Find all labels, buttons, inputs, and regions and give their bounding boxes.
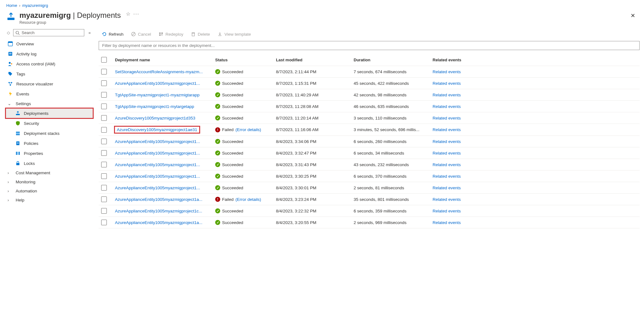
svg-rect-4 — [8, 42, 13, 43]
breadcrumb-rg[interactable]: myazuremigrg — [22, 3, 48, 8]
related-events-link[interactable]: Related events — [433, 151, 461, 155]
related-events-link[interactable]: Related events — [433, 116, 461, 120]
col-name[interactable]: Deployment name — [112, 54, 213, 66]
sidebar-item-deployments[interactable]: Deployments — [6, 108, 93, 118]
sidebar-item-label: Activity log — [16, 52, 37, 56]
sidebar-item-resvis[interactable]: Resource visualizer — [6, 79, 93, 89]
row-checkbox[interactable] — [101, 185, 107, 191]
related-events-link[interactable]: Related events — [433, 162, 461, 167]
col-modified[interactable]: Last modified — [273, 54, 351, 66]
related-events-link[interactable]: Related events — [433, 174, 461, 179]
row-checkbox[interactable] — [101, 139, 107, 144]
pin-icon[interactable]: ◇ — [6, 30, 11, 35]
deployment-name-link[interactable]: AzureApplianceEntity1005myazmigproject1.… — [115, 151, 200, 155]
related-events-link[interactable]: Related events — [433, 104, 461, 109]
deployment-name-link[interactable]: AzureApplianceEntity1005myazmigproject1.… — [115, 81, 200, 86]
related-events-link[interactable]: Related events — [433, 69, 461, 74]
favorite-icon[interactable]: ☆ — [126, 11, 130, 17]
related-events-link[interactable]: Related events — [433, 209, 461, 213]
sidebar-item-overview[interactable]: Overview — [6, 39, 93, 49]
download-icon — [217, 32, 222, 37]
row-checkbox[interactable] — [101, 115, 107, 121]
sidebar-item-security[interactable]: Security — [6, 118, 93, 128]
related-events-link[interactable]: Related events — [433, 186, 461, 190]
sidebar-item-events[interactable]: Events — [6, 89, 93, 99]
deployment-name-link[interactable]: AzureApplianceEntity1005myazmigproject1.… — [115, 186, 200, 190]
error-details-link[interactable]: (Error details) — [236, 197, 261, 202]
search-input[interactable]: Search — [13, 29, 84, 36]
row-checkbox[interactable] — [101, 220, 107, 225]
filter-input[interactable] — [99, 41, 640, 50]
row-checkbox[interactable] — [101, 80, 107, 86]
deployment-name-link[interactable]: SetStorageAccountRoleAssignments-myazm..… — [115, 69, 203, 74]
success-icon — [215, 150, 220, 155]
related-events-link[interactable]: Related events — [433, 197, 461, 202]
close-button[interactable]: ✕ — [628, 11, 638, 20]
sidebar-group-monitoring[interactable]: › Monitoring — [6, 177, 93, 186]
row-checkbox[interactable] — [101, 150, 107, 156]
col-status[interactable]: Status — [213, 54, 273, 66]
col-duration[interactable]: Duration — [351, 54, 430, 66]
view-template-label: View template — [224, 32, 251, 37]
row-checkbox[interactable] — [101, 173, 107, 179]
related-events-link[interactable]: Related events — [433, 93, 461, 97]
last-modified: 8/4/2023, 3:20:55 PM — [273, 217, 351, 228]
sidebar-group-label: Automation — [16, 189, 37, 193]
row-checkbox[interactable] — [101, 162, 107, 167]
col-related[interactable]: Related events — [430, 54, 640, 66]
sidebar-group-settings[interactable]: ⌄ Settings — [6, 99, 93, 108]
last-modified: 8/7/2023, 1:15:31 PM — [273, 78, 351, 89]
svg-line-25 — [132, 33, 135, 35]
sidebar-item-label: Overview — [16, 42, 34, 46]
redeploy-icon — [158, 32, 164, 37]
chevron-right-icon: › — [8, 198, 13, 202]
deployment-name-link[interactable]: AzureApplianceEntity1005myazmigproject1.… — [115, 139, 200, 144]
row-checkbox[interactable] — [101, 208, 107, 214]
related-events-link[interactable]: Related events — [433, 81, 461, 86]
deployment-name-link[interactable]: TgtAppSite-myazmigproject1-myazmigtarapp — [115, 93, 200, 97]
sidebar-item-tags[interactable]: Tags — [6, 69, 93, 79]
row-checkbox[interactable] — [101, 92, 107, 98]
deployment-name-link[interactable]: TgtAppSite-myazmigproject1-mytargetapp — [115, 104, 194, 109]
row-checkbox[interactable] — [101, 104, 107, 109]
sidebar-group-help[interactable]: › Help — [6, 196, 93, 205]
deployment-name-link[interactable]: AzureApplianceEntity1005myazmigproject1a… — [115, 197, 202, 202]
sidebar-item-access[interactable]: Access control (IAM) — [6, 59, 93, 69]
svg-rect-0 — [8, 18, 15, 20]
search-placeholder: Search — [22, 30, 34, 35]
related-events-link[interactable]: Related events — [433, 127, 461, 132]
select-all-checkbox[interactable] — [101, 57, 107, 63]
sidebar-item-activity[interactable]: Activity log — [6, 49, 93, 59]
row-checkbox[interactable] — [101, 127, 107, 133]
error-details-link[interactable]: (Error details) — [236, 127, 261, 132]
sidebar-item-label: Access control (IAM) — [16, 62, 55, 66]
sidebar-group-automation[interactable]: › Automation — [6, 186, 93, 196]
deployment-name-link[interactable]: AzureDiscovery1005myazmigproject1d353 — [115, 116, 195, 120]
related-events-link[interactable]: Related events — [433, 220, 461, 225]
deployment-name-link[interactable]: AzureApplianceEntity1005myazmigproject1c… — [115, 209, 202, 213]
sidebar-group-cost[interactable]: › Cost Management — [6, 168, 93, 177]
tags-icon — [8, 71, 13, 77]
deployment-name-link[interactable]: AzureApplianceEntity1005myazmigproject1.… — [115, 162, 200, 167]
deployment-name-link[interactable]: AzureApplianceEntity1005myazmigproject1.… — [115, 174, 200, 179]
related-events-link[interactable]: Related events — [433, 139, 461, 144]
breadcrumb-home[interactable]: Home — [6, 3, 17, 8]
row-checkbox[interactable] — [101, 196, 107, 202]
deployment-name-link[interactable]: AzureApplianceEntity1005myazmigproject1a… — [115, 220, 202, 225]
svg-rect-13 — [16, 114, 20, 115]
policies-icon — [15, 140, 21, 146]
sidebar-item-locks[interactable]: Locks — [6, 158, 93, 168]
collapse-icon[interactable]: « — [86, 30, 93, 35]
success-icon — [215, 92, 220, 97]
status-text: Succeeded — [222, 151, 243, 155]
sidebar-item-depstacks[interactable]: Deployment stacks — [6, 128, 93, 138]
stacks-icon — [15, 130, 21, 136]
sidebar-item-properties[interactable]: Properties — [6, 148, 93, 158]
more-icon[interactable]: ··· — [133, 11, 139, 17]
sidebar-item-label: Deployments — [24, 111, 49, 116]
sidebar-item-policies[interactable]: Policies — [6, 138, 93, 148]
last-modified: 8/4/2023, 3:22:32 PM — [273, 205, 351, 217]
row-checkbox[interactable] — [101, 69, 107, 74]
refresh-button[interactable]: Refresh — [99, 30, 127, 38]
deployment-name-link[interactable]: AzureDiscovery1005myazmigproject1ae31 — [115, 127, 199, 133]
